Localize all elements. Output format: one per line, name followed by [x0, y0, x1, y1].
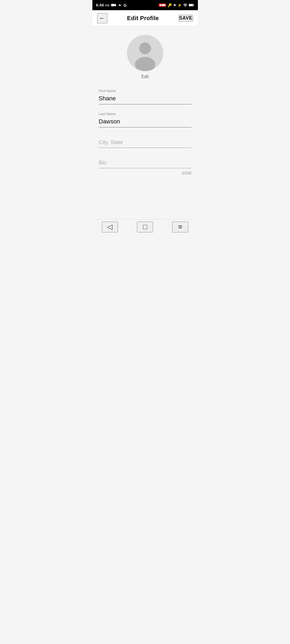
avatar-image — [127, 35, 163, 71]
bio-input[interactable] — [99, 159, 191, 168]
first-name-input[interactable] — [99, 94, 191, 104]
last-name-input[interactable] — [99, 117, 191, 127]
avatar-section: Edit — [99, 26, 191, 86]
svg-rect-0 — [111, 4, 114, 6]
last-name-label: Last Name — [99, 112, 191, 116]
wifi-icon — [183, 3, 187, 7]
sim-icon — [118, 3, 122, 7]
svg-point-10 — [139, 42, 151, 54]
bottom-nav: ◁ □ ≡ — [92, 219, 198, 234]
bottom-back-button[interactable]: ◁ — [102, 222, 118, 232]
bottom-home-button[interactable]: □ — [137, 222, 153, 232]
bio-char-count: 0/150 — [99, 171, 191, 175]
main-content: Edit First Name Last Name 0/150 — [92, 26, 198, 219]
rec-badge — [159, 3, 166, 7]
page-title: Edit Profile — [127, 15, 159, 22]
last-name-group: Last Name — [99, 112, 191, 127]
city-state-group — [99, 138, 191, 148]
first-name-label: First Name — [99, 89, 191, 93]
status-right: 🔑 ✳ ⚡ — [159, 3, 194, 7]
svg-rect-3 — [162, 4, 164, 6]
city-state-input[interactable] — [99, 138, 191, 148]
video-icon — [111, 3, 116, 7]
first-name-group: First Name — [99, 89, 191, 104]
status-left: 6:44 AM G — [96, 3, 127, 8]
battery-icon — [189, 3, 194, 7]
bio-group: 0/150 — [99, 159, 191, 175]
avatar[interactable] — [127, 35, 163, 71]
top-nav: ← Edit Profile SAVE — [92, 10, 198, 26]
form-section: First Name Last Name 0/150 — [99, 86, 191, 175]
svg-rect-7 — [193, 5, 194, 6]
key-icon: 🔑 — [168, 3, 172, 7]
bluetooth-icon: ✳ — [173, 3, 176, 7]
back-button[interactable]: ← — [97, 13, 107, 23]
status-time: 6:44 AM — [96, 3, 110, 7]
svg-marker-4 — [164, 4, 165, 6]
svg-marker-1 — [114, 4, 116, 7]
svg-point-5 — [185, 6, 186, 7]
svg-rect-8 — [189, 4, 193, 6]
g-icon: G — [124, 3, 127, 8]
save-button[interactable]: SAVE — [179, 15, 193, 21]
bottom-menu-button[interactable]: ≡ — [172, 222, 188, 232]
avatar-edit-label[interactable]: Edit — [141, 74, 149, 79]
flash-icon: ⚡ — [177, 3, 182, 7]
status-bar: 6:44 AM G 🔑 ✳ ⚡ — [92, 0, 198, 10]
